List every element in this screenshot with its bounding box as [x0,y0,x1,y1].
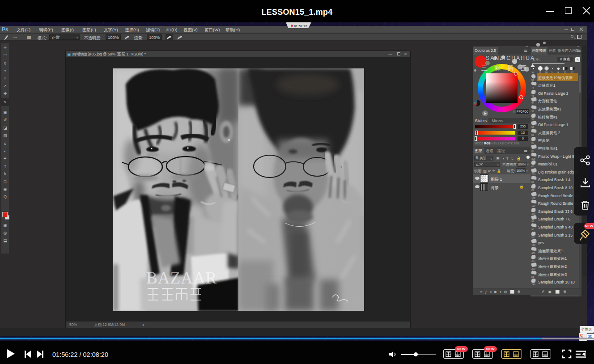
svg-text:BAZAAR: BAZAAR [146,269,217,287]
